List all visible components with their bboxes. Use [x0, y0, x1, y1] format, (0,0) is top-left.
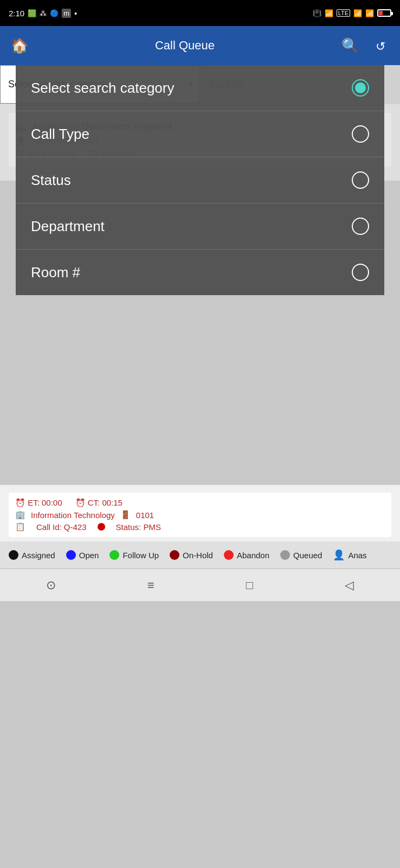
open-dot: [66, 550, 76, 560]
dept-icon: 🏢: [15, 510, 25, 520]
followup-label: Follow Up: [122, 551, 159, 560]
home-icon: 🏠: [11, 37, 28, 54]
legend-assigned: Assigned: [9, 550, 55, 560]
app-icon-5: •: [74, 9, 77, 18]
legend-user: 👤 Anas: [333, 549, 366, 561]
status-bar: 2:10 🟩 ⁂ 🔵 m • 📳 📶 LTE 📶 📶: [0, 0, 400, 26]
radio-button-select[interactable]: [352, 79, 369, 97]
legend-open: Open: [66, 550, 99, 560]
signal-icon-1: 📶: [353, 9, 362, 17]
bottom-card-dept: 🏢 Information Technology 🚪 0101: [15, 510, 385, 520]
nav-back-button[interactable]: ◁: [345, 578, 354, 592]
followup-dot: [109, 550, 119, 560]
nav-menu-button[interactable]: ≡: [147, 578, 154, 592]
legend-abandon: Abandon: [224, 550, 269, 560]
page-title: Call Queue: [30, 39, 339, 53]
dropdown-item-department[interactable]: Department: [16, 203, 384, 250]
dropdown-item-select[interactable]: Select search category: [16, 65, 384, 111]
legend-onhold: On-Hold: [170, 550, 213, 560]
search-icon: 🔍: [341, 37, 359, 54]
dropdown-item-label-calltype: Call Type: [31, 126, 89, 143]
dropdown-item-calltype[interactable]: Call Type: [16, 111, 384, 157]
radio-button-room[interactable]: [352, 264, 369, 281]
nav-bar: 🏠 Call Queue 🔍 ↺: [0, 26, 400, 65]
open-label: Open: [79, 551, 99, 560]
battery-icon: [377, 9, 391, 17]
app-icon-1: 🟩: [28, 9, 36, 17]
nav-home-button[interactable]: □: [246, 578, 253, 592]
radio-button-calltype[interactable]: [352, 125, 369, 143]
abandon-dot: [224, 550, 234, 560]
onhold-dot: [170, 550, 179, 560]
bottom-card-footer: 📋 Call Id: Q-423 Status: PMS: [15, 522, 385, 532]
refresh-button[interactable]: ↺: [370, 37, 391, 54]
bottom-info: ⏰ ET: 00:00 ⏰ CT: 00:15 🏢 Information Te…: [0, 484, 400, 541]
assigned-dot: [9, 550, 18, 560]
radio-button-department[interactable]: [352, 218, 369, 235]
bottom-card-times: ⏰ ET: 00:00 ⏰ CT: 00:15: [15, 498, 385, 508]
dropdown-item-label-select: Select search category: [31, 80, 174, 97]
legend-queued: Queued: [280, 550, 322, 560]
status-dot: [98, 523, 105, 531]
lte-icon: LTE: [337, 9, 350, 17]
onhold-label: On-Hold: [183, 551, 213, 560]
legend-followup: Follow Up: [109, 550, 159, 560]
dropdown-item-room[interactable]: Room #: [16, 250, 384, 295]
radio-button-status[interactable]: [352, 171, 369, 189]
queued-dot: [280, 550, 290, 560]
room-icon: 🚪: [120, 510, 131, 520]
bottom-ct: ⏰ CT: 00:15: [75, 498, 122, 508]
queued-label: Queued: [293, 551, 322, 560]
signal-icon-2: 📶: [365, 9, 374, 17]
dropdown-item-label-department: Department: [31, 218, 105, 235]
bottom-card: ⏰ ET: 00:00 ⏰ CT: 00:15 🏢 Information Te…: [9, 493, 391, 537]
wifi-icon: 📶: [325, 9, 333, 17]
app-icon-4: m: [62, 9, 71, 18]
assigned-label: Assigned: [22, 551, 55, 560]
category-dropdown-menu: Select search category Call Type Status …: [16, 65, 384, 295]
nav-circle-button[interactable]: ⊙: [46, 578, 56, 592]
abandon-label: Abandon: [237, 551, 269, 560]
vibrate-icon: 📳: [313, 9, 321, 17]
legend-bar: Assigned Open Follow Up On-Hold Abandon …: [0, 541, 400, 569]
call-id-icon: 📋: [15, 522, 25, 532]
dropdown-item-status[interactable]: Status: [16, 157, 384, 203]
app-icon-3: 🔵: [50, 9, 59, 17]
bottom-navigation: ⊙ ≡ □ ◁: [0, 569, 400, 601]
dropdown-item-label-status: Status: [31, 172, 71, 189]
time-display: 2:10: [9, 9, 24, 18]
status-bar-left: 2:10 🟩 ⁂ 🔵 m •: [9, 9, 77, 18]
bottom-et: ⏰ ET: 00:00: [15, 498, 62, 508]
user-avatar-icon: 👤: [333, 549, 345, 561]
search-button[interactable]: 🔍: [339, 37, 361, 54]
refresh-icon: ↺: [376, 40, 385, 53]
app-icon-2: ⁂: [40, 9, 47, 17]
status-bar-right: 📳 📶 LTE 📶 📶: [313, 9, 391, 17]
dropdown-item-label-room: Room #: [31, 264, 80, 281]
home-button[interactable]: 🏠: [9, 37, 30, 54]
user-name-label: Anas: [348, 551, 366, 560]
